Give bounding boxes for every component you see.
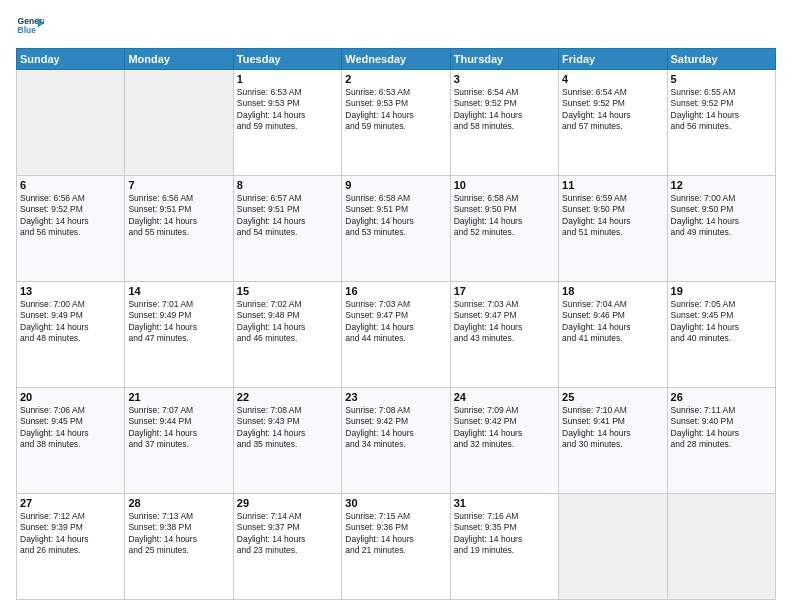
cell-info: Sunrise: 7:07 AM Sunset: 9:44 PM Dayligh…	[128, 405, 229, 451]
cell-info: Sunrise: 7:03 AM Sunset: 9:47 PM Dayligh…	[454, 299, 555, 345]
day-number: 22	[237, 391, 338, 403]
day-number: 20	[20, 391, 121, 403]
cell-info: Sunrise: 6:55 AM Sunset: 9:52 PM Dayligh…	[671, 87, 772, 133]
day-number: 1	[237, 73, 338, 85]
day-number: 31	[454, 497, 555, 509]
day-number: 26	[671, 391, 772, 403]
calendar-cell: 18Sunrise: 7:04 AM Sunset: 9:46 PM Dayli…	[559, 282, 667, 388]
calendar-cell: 16Sunrise: 7:03 AM Sunset: 9:47 PM Dayli…	[342, 282, 450, 388]
calendar-cell: 11Sunrise: 6:59 AM Sunset: 9:50 PM Dayli…	[559, 176, 667, 282]
calendar-cell: 4Sunrise: 6:54 AM Sunset: 9:52 PM Daylig…	[559, 70, 667, 176]
calendar-cell: 12Sunrise: 7:00 AM Sunset: 9:50 PM Dayli…	[667, 176, 775, 282]
calendar-cell: 17Sunrise: 7:03 AM Sunset: 9:47 PM Dayli…	[450, 282, 558, 388]
day-number: 15	[237, 285, 338, 297]
calendar-week-2: 6Sunrise: 6:56 AM Sunset: 9:52 PM Daylig…	[17, 176, 776, 282]
day-number: 4	[562, 73, 663, 85]
calendar-cell: 31Sunrise: 7:16 AM Sunset: 9:35 PM Dayli…	[450, 494, 558, 600]
svg-text:Blue: Blue	[18, 25, 37, 35]
day-number: 29	[237, 497, 338, 509]
day-number: 3	[454, 73, 555, 85]
cell-info: Sunrise: 7:12 AM Sunset: 9:39 PM Dayligh…	[20, 511, 121, 557]
weekday-monday: Monday	[125, 49, 233, 70]
day-number: 13	[20, 285, 121, 297]
cell-info: Sunrise: 7:03 AM Sunset: 9:47 PM Dayligh…	[345, 299, 446, 345]
cell-info: Sunrise: 6:56 AM Sunset: 9:51 PM Dayligh…	[128, 193, 229, 239]
cell-info: Sunrise: 6:54 AM Sunset: 9:52 PM Dayligh…	[562, 87, 663, 133]
cell-info: Sunrise: 6:58 AM Sunset: 9:51 PM Dayligh…	[345, 193, 446, 239]
calendar-week-1: 1Sunrise: 6:53 AM Sunset: 9:53 PM Daylig…	[17, 70, 776, 176]
calendar-week-4: 20Sunrise: 7:06 AM Sunset: 9:45 PM Dayli…	[17, 388, 776, 494]
calendar-cell: 23Sunrise: 7:08 AM Sunset: 9:42 PM Dayli…	[342, 388, 450, 494]
day-number: 7	[128, 179, 229, 191]
page: General Blue SundayMondayTuesdayWednesda…	[0, 0, 792, 612]
weekday-saturday: Saturday	[667, 49, 775, 70]
day-number: 19	[671, 285, 772, 297]
day-number: 6	[20, 179, 121, 191]
calendar-cell: 8Sunrise: 6:57 AM Sunset: 9:51 PM Daylig…	[233, 176, 341, 282]
weekday-sunday: Sunday	[17, 49, 125, 70]
day-number: 9	[345, 179, 446, 191]
cell-info: Sunrise: 7:10 AM Sunset: 9:41 PM Dayligh…	[562, 405, 663, 451]
calendar-cell: 29Sunrise: 7:14 AM Sunset: 9:37 PM Dayli…	[233, 494, 341, 600]
cell-info: Sunrise: 7:16 AM Sunset: 9:35 PM Dayligh…	[454, 511, 555, 557]
cell-info: Sunrise: 6:57 AM Sunset: 9:51 PM Dayligh…	[237, 193, 338, 239]
logo: General Blue	[16, 12, 48, 40]
day-number: 16	[345, 285, 446, 297]
day-number: 8	[237, 179, 338, 191]
calendar-cell: 26Sunrise: 7:11 AM Sunset: 9:40 PM Dayli…	[667, 388, 775, 494]
header: General Blue	[16, 12, 776, 40]
calendar-cell	[559, 494, 667, 600]
day-number: 11	[562, 179, 663, 191]
calendar-cell: 28Sunrise: 7:13 AM Sunset: 9:38 PM Dayli…	[125, 494, 233, 600]
calendar-table: SundayMondayTuesdayWednesdayThursdayFrid…	[16, 48, 776, 600]
calendar-cell: 6Sunrise: 6:56 AM Sunset: 9:52 PM Daylig…	[17, 176, 125, 282]
calendar-cell: 10Sunrise: 6:58 AM Sunset: 9:50 PM Dayli…	[450, 176, 558, 282]
calendar-cell	[667, 494, 775, 600]
calendar-cell: 7Sunrise: 6:56 AM Sunset: 9:51 PM Daylig…	[125, 176, 233, 282]
cell-info: Sunrise: 7:08 AM Sunset: 9:42 PM Dayligh…	[345, 405, 446, 451]
cell-info: Sunrise: 7:01 AM Sunset: 9:49 PM Dayligh…	[128, 299, 229, 345]
day-number: 18	[562, 285, 663, 297]
day-number: 17	[454, 285, 555, 297]
calendar-cell: 20Sunrise: 7:06 AM Sunset: 9:45 PM Dayli…	[17, 388, 125, 494]
day-number: 21	[128, 391, 229, 403]
weekday-friday: Friday	[559, 49, 667, 70]
weekday-header-row: SundayMondayTuesdayWednesdayThursdayFrid…	[17, 49, 776, 70]
cell-info: Sunrise: 6:53 AM Sunset: 9:53 PM Dayligh…	[237, 87, 338, 133]
cell-info: Sunrise: 7:14 AM Sunset: 9:37 PM Dayligh…	[237, 511, 338, 557]
calendar-cell: 2Sunrise: 6:53 AM Sunset: 9:53 PM Daylig…	[342, 70, 450, 176]
cell-info: Sunrise: 7:09 AM Sunset: 9:42 PM Dayligh…	[454, 405, 555, 451]
day-number: 12	[671, 179, 772, 191]
cell-info: Sunrise: 6:56 AM Sunset: 9:52 PM Dayligh…	[20, 193, 121, 239]
calendar-cell: 19Sunrise: 7:05 AM Sunset: 9:45 PM Dayli…	[667, 282, 775, 388]
calendar-cell: 1Sunrise: 6:53 AM Sunset: 9:53 PM Daylig…	[233, 70, 341, 176]
calendar-cell: 14Sunrise: 7:01 AM Sunset: 9:49 PM Dayli…	[125, 282, 233, 388]
weekday-thursday: Thursday	[450, 49, 558, 70]
cell-info: Sunrise: 6:59 AM Sunset: 9:50 PM Dayligh…	[562, 193, 663, 239]
calendar-cell	[17, 70, 125, 176]
cell-info: Sunrise: 7:06 AM Sunset: 9:45 PM Dayligh…	[20, 405, 121, 451]
day-number: 10	[454, 179, 555, 191]
cell-info: Sunrise: 6:58 AM Sunset: 9:50 PM Dayligh…	[454, 193, 555, 239]
calendar-cell	[125, 70, 233, 176]
calendar-cell: 21Sunrise: 7:07 AM Sunset: 9:44 PM Dayli…	[125, 388, 233, 494]
weekday-tuesday: Tuesday	[233, 49, 341, 70]
cell-info: Sunrise: 7:02 AM Sunset: 9:48 PM Dayligh…	[237, 299, 338, 345]
day-number: 28	[128, 497, 229, 509]
logo-icon: General Blue	[16, 12, 44, 40]
cell-info: Sunrise: 7:13 AM Sunset: 9:38 PM Dayligh…	[128, 511, 229, 557]
calendar-cell: 3Sunrise: 6:54 AM Sunset: 9:52 PM Daylig…	[450, 70, 558, 176]
cell-info: Sunrise: 7:08 AM Sunset: 9:43 PM Dayligh…	[237, 405, 338, 451]
calendar-cell: 25Sunrise: 7:10 AM Sunset: 9:41 PM Dayli…	[559, 388, 667, 494]
calendar-cell: 9Sunrise: 6:58 AM Sunset: 9:51 PM Daylig…	[342, 176, 450, 282]
cell-info: Sunrise: 7:04 AM Sunset: 9:46 PM Dayligh…	[562, 299, 663, 345]
cell-info: Sunrise: 7:00 AM Sunset: 9:50 PM Dayligh…	[671, 193, 772, 239]
calendar-cell: 22Sunrise: 7:08 AM Sunset: 9:43 PM Dayli…	[233, 388, 341, 494]
calendar-cell: 24Sunrise: 7:09 AM Sunset: 9:42 PM Dayli…	[450, 388, 558, 494]
calendar-cell: 30Sunrise: 7:15 AM Sunset: 9:36 PM Dayli…	[342, 494, 450, 600]
cell-info: Sunrise: 7:11 AM Sunset: 9:40 PM Dayligh…	[671, 405, 772, 451]
day-number: 30	[345, 497, 446, 509]
cell-info: Sunrise: 7:00 AM Sunset: 9:49 PM Dayligh…	[20, 299, 121, 345]
cell-info: Sunrise: 7:15 AM Sunset: 9:36 PM Dayligh…	[345, 511, 446, 557]
calendar-week-3: 13Sunrise: 7:00 AM Sunset: 9:49 PM Dayli…	[17, 282, 776, 388]
